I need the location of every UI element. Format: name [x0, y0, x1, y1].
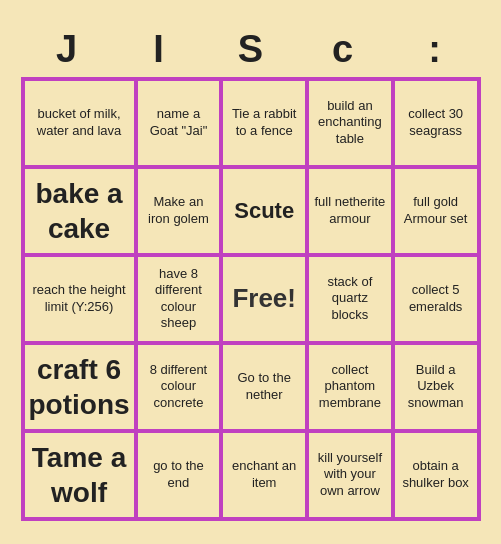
- bingo-cell-6[interactable]: Make an iron golem: [136, 167, 222, 255]
- bingo-cell-23[interactable]: kill yourself with your own arrow: [307, 431, 393, 519]
- bingo-cell-4[interactable]: collect 30 seagrass: [393, 79, 479, 167]
- bingo-cell-8[interactable]: full netherite armour: [307, 167, 393, 255]
- bingo-cell-1[interactable]: name a Goat "Jai": [136, 79, 222, 167]
- bingo-card: JISc: bucket of milk, water and lavaname…: [11, 14, 491, 531]
- bingo-cell-20[interactable]: Tame a wolf: [23, 431, 136, 519]
- bingo-cell-9[interactable]: full gold Armour set: [393, 167, 479, 255]
- bingo-cell-10[interactable]: reach the height limit (Y:256): [23, 255, 136, 343]
- bingo-cell-7[interactable]: Scute: [221, 167, 307, 255]
- bingo-cell-22[interactable]: enchant an item: [221, 431, 307, 519]
- bingo-cell-24[interactable]: obtain a shulker box: [393, 431, 479, 519]
- header-col-0: J: [21, 24, 113, 75]
- bingo-grid: bucket of milk, water and lavaname a Goa…: [21, 77, 481, 521]
- bingo-cell-21[interactable]: go to the end: [136, 431, 222, 519]
- bingo-cell-15[interactable]: craft 6 potions: [23, 343, 136, 431]
- bingo-cell-14[interactable]: collect 5 emeralds: [393, 255, 479, 343]
- bingo-cell-18[interactable]: collect phantom membrane: [307, 343, 393, 431]
- bingo-cell-5[interactable]: bake a cake: [23, 167, 136, 255]
- bingo-cell-16[interactable]: 8 different colour concrete: [136, 343, 222, 431]
- bingo-cell-19[interactable]: Build a Uzbek snowman: [393, 343, 479, 431]
- bingo-cell-0[interactable]: bucket of milk, water and lava: [23, 79, 136, 167]
- header-col-2: S: [205, 24, 297, 75]
- bingo-header: JISc:: [21, 24, 481, 75]
- header-col-3: c: [297, 24, 389, 75]
- header-col-1: I: [113, 24, 205, 75]
- bingo-cell-17[interactable]: Go to the nether: [221, 343, 307, 431]
- bingo-cell-13[interactable]: stack of quartz blocks: [307, 255, 393, 343]
- bingo-cell-11[interactable]: have 8 different colour sheep: [136, 255, 222, 343]
- bingo-cell-12[interactable]: Free!: [221, 255, 307, 343]
- bingo-cell-2[interactable]: Tie a rabbit to a fence: [221, 79, 307, 167]
- bingo-cell-3[interactable]: build an enchanting table: [307, 79, 393, 167]
- header-col-4: :: [389, 24, 481, 75]
